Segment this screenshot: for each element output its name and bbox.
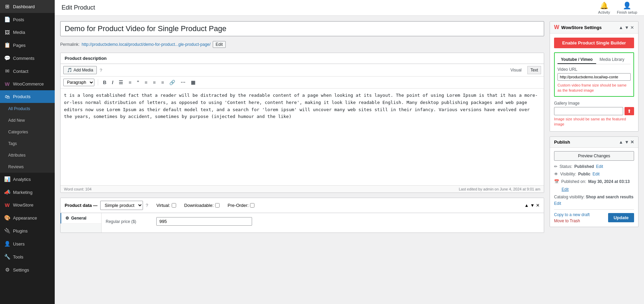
sidebar-item-analytics[interactable]: 📊 Analytics bbox=[0, 173, 55, 186]
product-title-input[interactable] bbox=[60, 21, 544, 36]
separator bbox=[98, 79, 98, 85]
description-box: Product description 🎵 Add Media ? Visual… bbox=[60, 53, 544, 193]
chevron-down-icon[interactable]: ▼ bbox=[625, 140, 629, 145]
sidebar-item-categories[interactable]: Categories bbox=[0, 126, 55, 138]
permalink-edit-button[interactable]: Edit bbox=[213, 41, 226, 48]
close-icon[interactable]: ✕ bbox=[630, 25, 634, 30]
publish-links: Copy to a new draft Move to Trash bbox=[554, 212, 590, 223]
gallery-upload-button[interactable]: ⬆ bbox=[625, 107, 634, 115]
tab-visual[interactable]: Visual bbox=[508, 66, 525, 74]
sidebar-item-users[interactable]: 👤 Users bbox=[0, 237, 55, 250]
preorder-label: Pre-Order: bbox=[228, 203, 249, 208]
sidebar-item-all-products[interactable]: All Products bbox=[0, 103, 55, 115]
finish-setup-button[interactable]: 👤 Finish setup bbox=[617, 1, 637, 14]
sidebar-item-plugins[interactable]: 🔌 Plugins bbox=[0, 224, 55, 237]
align-left-button[interactable]: ≡ bbox=[143, 79, 149, 86]
italic-button[interactable]: I bbox=[110, 79, 115, 86]
product-data-tabs: ⚙ General bbox=[61, 213, 102, 233]
more-button[interactable]: ⋯ bbox=[179, 79, 187, 86]
update-button[interactable]: Update bbox=[608, 213, 634, 222]
sidebar-item-add-new[interactable]: Add New bbox=[0, 115, 55, 126]
published-label: Published on: bbox=[561, 179, 586, 184]
ol-button[interactable]: ≡ bbox=[127, 79, 133, 86]
blockquote-button[interactable]: " bbox=[135, 79, 141, 86]
gallery-section: Gallery Image ⬆ Image size should be sam… bbox=[554, 101, 634, 127]
products-icon: 🛍 bbox=[4, 94, 10, 100]
sidebar-item-wowstore[interactable]: W WowStore bbox=[0, 199, 55, 211]
align-center-button[interactable]: ≡ bbox=[152, 79, 157, 86]
link-button[interactable]: 🔗 bbox=[168, 79, 176, 86]
wowstore-logo: W bbox=[554, 24, 559, 30]
permalink-url[interactable]: http://productxdemo.local/product/demo-f… bbox=[82, 42, 211, 47]
tab-text[interactable]: Text bbox=[527, 66, 541, 74]
media-icon: 🖼 bbox=[4, 29, 10, 35]
chevron-down-icon[interactable]: ▼ bbox=[625, 25, 629, 30]
gallery-input[interactable] bbox=[554, 107, 623, 115]
contact-icon: ✉ bbox=[4, 68, 10, 74]
collapse-down-icon[interactable]: ▼ bbox=[530, 203, 535, 208]
add-media-button[interactable]: 🎵 Add Media bbox=[63, 66, 97, 74]
sidebar-item-label: Comments bbox=[13, 56, 35, 61]
posts-icon: 📄 bbox=[4, 16, 10, 23]
sidebar-item-media[interactable]: 🖼 Media bbox=[0, 26, 55, 39]
move-trash-link[interactable]: Move to Trash bbox=[554, 219, 590, 223]
catalog-label: Catalog visibility: bbox=[554, 195, 584, 199]
bold-button[interactable]: B bbox=[102, 79, 108, 86]
sidebar-item-products[interactable]: 🛍 Products bbox=[0, 90, 55, 103]
regular-price-input[interactable] bbox=[156, 217, 252, 226]
sidebar-item-dashboard[interactable]: ⊞ Dashboard bbox=[0, 0, 55, 13]
left-panel: Permalink: http://productxdemo.local/pro… bbox=[60, 21, 544, 299]
activity-button[interactable]: 🔔 Activity bbox=[598, 1, 610, 14]
collapse-up-icon[interactable]: ▲ bbox=[524, 203, 529, 208]
help-icon: ? bbox=[100, 68, 102, 73]
sidebar-item-label: WooCommerce bbox=[13, 81, 44, 87]
enable-builder-button[interactable]: Enable Product Single Builder bbox=[554, 38, 634, 48]
editor-textarea[interactable]: t is a long established fact that a read… bbox=[61, 89, 544, 184]
chevron-up-icon[interactable]: ▲ bbox=[619, 25, 623, 30]
sidebar-item-comments[interactable]: 💬 Comments bbox=[0, 52, 55, 65]
catalog-edit-link[interactable]: Edit bbox=[554, 201, 561, 206]
sidebar-item-settings[interactable]: ⚙ Settings bbox=[0, 263, 55, 276]
gallery-warning: Image size should be same as the feature… bbox=[554, 117, 634, 127]
tab-youtube-vimeo[interactable]: Youtube / Vimeo bbox=[557, 56, 596, 64]
copy-draft-link[interactable]: Copy to a new draft bbox=[554, 212, 590, 217]
comments-icon: 💬 bbox=[4, 55, 10, 61]
product-type-select[interactable]: Simple product bbox=[100, 201, 143, 210]
sidebar-item-reviews[interactable]: Reviews bbox=[0, 161, 55, 173]
status-edit-link[interactable]: Edit bbox=[596, 164, 603, 169]
ul-button[interactable]: ☰ bbox=[117, 79, 124, 86]
publish-body: Preview Changes ✏ Status: Published Edit… bbox=[550, 148, 638, 227]
visibility-edit-link[interactable]: Edit bbox=[592, 172, 600, 176]
sidebar-item-appearance[interactable]: 🎨 Appearance bbox=[0, 211, 55, 224]
preorder-checkbox[interactable] bbox=[250, 203, 254, 208]
close-icon[interactable]: ✕ bbox=[536, 203, 540, 208]
align-right-button[interactable]: ≡ bbox=[160, 79, 165, 86]
sidebar-item-marketing[interactable]: 📣 Marketing bbox=[0, 186, 55, 199]
permalink-row: Permalink: http://productxdemo.local/pro… bbox=[60, 41, 544, 48]
sidebar-item-attributes[interactable]: Attributes bbox=[0, 149, 55, 161]
product-data-body: ⚙ General Regular price ($) bbox=[61, 213, 544, 233]
sidebar-item-tags[interactable]: Tags bbox=[0, 138, 55, 149]
close-icon[interactable]: ✕ bbox=[630, 140, 634, 145]
virtual-checkbox[interactable] bbox=[172, 203, 176, 208]
sidebar-item-label: Analytics bbox=[13, 177, 31, 182]
format-select[interactable]: Paragraph bbox=[63, 79, 94, 86]
sidebar-item-pages[interactable]: 📋 Pages bbox=[0, 39, 55, 52]
sidebar-item-tools[interactable]: 🔧 Tools bbox=[0, 250, 55, 263]
sidebar-item-contact[interactable]: ✉ Contact bbox=[0, 65, 55, 78]
table-button[interactable]: ▦ bbox=[189, 79, 197, 86]
video-url-input[interactable] bbox=[557, 73, 631, 81]
tab-media-library[interactable]: Media Library bbox=[596, 56, 628, 64]
preview-changes-button[interactable]: Preview Changes bbox=[554, 151, 634, 161]
sidebar-item-woocommerce[interactable]: W WooCommerce bbox=[0, 78, 55, 90]
tab-general[interactable]: ⚙ General bbox=[61, 213, 101, 224]
downloadable-checkbox[interactable] bbox=[215, 203, 220, 208]
plugins-icon: 🔌 bbox=[4, 228, 10, 234]
categories-label: Categories bbox=[8, 130, 28, 134]
sidebar-item-posts[interactable]: 📄 Posts bbox=[0, 13, 55, 26]
chevron-up-icon[interactable]: ▲ bbox=[619, 140, 623, 145]
finish-setup-icon: 👤 bbox=[623, 1, 631, 10]
published-edit-link[interactable]: Edit bbox=[562, 187, 569, 192]
sidebar-item-label: Appearance bbox=[13, 215, 37, 221]
main-content: Edit Product 🔔 Activity 👤 Finish setup P… bbox=[55, 0, 644, 304]
